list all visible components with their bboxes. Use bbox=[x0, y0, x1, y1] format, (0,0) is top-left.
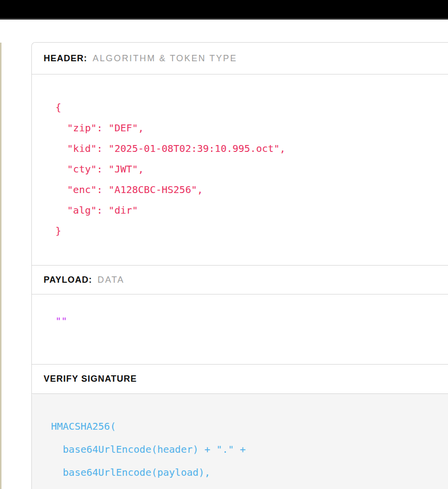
payload-section-label: PAYLOAD: bbox=[44, 275, 92, 285]
page: HEADER: ALGORITHM & TOKEN TYPE { "zip": … bbox=[0, 0, 448, 489]
top-nav-bar bbox=[0, 0, 448, 20]
payload-section-header: PAYLOAD: DATA bbox=[32, 266, 448, 294]
encoded-panel-edge bbox=[0, 43, 1, 489]
header-json-editor[interactable]: { "zip": "DEF", "kid": "2025-01-08T02:39… bbox=[32, 74, 448, 241]
header-editor-area[interactable]: { "zip": "DEF", "kid": "2025-01-08T02:39… bbox=[32, 74, 448, 266]
verify-signature-label: VERIFY SIGNATURE bbox=[44, 374, 137, 384]
payload-json-editor[interactable]: "" bbox=[32, 294, 448, 331]
decoded-panel: HEADER: ALGORITHM & TOKEN TYPE { "zip": … bbox=[31, 42, 448, 489]
payload-editor-area[interactable]: "" bbox=[32, 294, 448, 365]
header-section-header: HEADER: ALGORITHM & TOKEN TYPE bbox=[32, 43, 448, 74]
payload-section-sublabel: DATA bbox=[98, 275, 124, 285]
header-section-label: HEADER: bbox=[44, 53, 87, 64]
signature-block: HMACSHA256( base64UrlEncode(header) + ".… bbox=[32, 394, 448, 489]
verify-signature-header: VERIFY SIGNATURE bbox=[32, 365, 448, 394]
signature-code: HMACSHA256( base64UrlEncode(header) + ".… bbox=[32, 394, 448, 484]
header-section-sublabel: ALGORITHM & TOKEN TYPE bbox=[93, 53, 237, 64]
